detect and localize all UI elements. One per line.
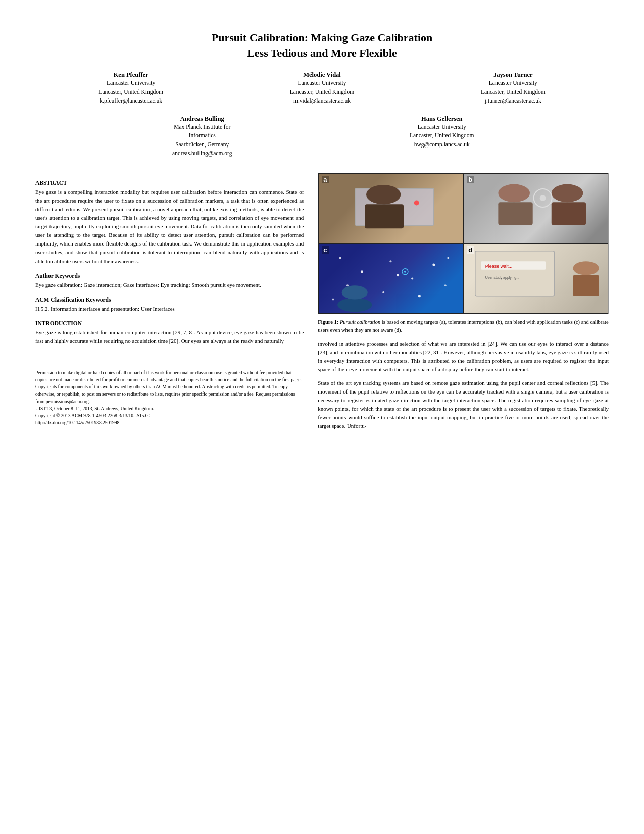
svg-point-30 <box>573 261 599 275</box>
two-col-layout: ABSTRACT Eye gaze is a compelling intera… <box>35 173 609 430</box>
svg-rect-1 <box>365 204 404 228</box>
author-name-3: Jayson Turner <box>419 71 608 79</box>
authors-row-2: Andreas Bulling Max Planck Institute for… <box>35 115 609 158</box>
svg-point-10 <box>361 270 363 273</box>
author-affil-2: Lancaster University Lancaster, United K… <box>227 79 417 105</box>
figure-person-b <box>464 174 608 243</box>
svg-point-16 <box>418 295 421 297</box>
svg-point-17 <box>444 284 447 286</box>
author-affil-1: Lancaster University Lancaster, United K… <box>36 79 226 105</box>
svg-point-0 <box>366 185 401 204</box>
intro-text: Eye gaze is long established for human-c… <box>35 328 304 346</box>
author-block-5: Hans Gellersen Lancaster University Lanc… <box>348 115 537 158</box>
author-name-5: Hans Gellersen <box>348 115 537 123</box>
right-col-text-1: involved in attentive processes and sele… <box>318 339 609 374</box>
svg-point-21 <box>448 257 450 259</box>
figure-caption: Figure 1: Pursuit calibration is based o… <box>318 318 609 334</box>
authors-row-1: Ken Pfeuffer Lancaster University Lancas… <box>35 71 609 105</box>
svg-point-23 <box>404 271 406 273</box>
keywords-heading: Author Keywords <box>35 273 304 279</box>
svg-rect-4 <box>499 202 533 225</box>
svg-rect-26 <box>475 251 555 296</box>
footnote-conference: UIST'13, October 8–11, 2013, St. Andrews… <box>35 405 304 412</box>
svg-point-14 <box>346 284 349 286</box>
author-block-4: Andreas Bulling Max Planck Institute for… <box>108 115 297 158</box>
figure-cell-a: a <box>318 173 463 243</box>
intro-heading: INTRODUCTION <box>35 320 304 326</box>
svg-point-25 <box>342 285 368 299</box>
svg-point-20 <box>332 299 334 301</box>
figure-cell-c: c <box>318 243 463 314</box>
figure-person-a <box>319 174 463 243</box>
author-affil-4: Max Planck Institute forInformatics Saar… <box>108 123 297 158</box>
author-name-2: Mélodie Vidal <box>227 71 417 79</box>
abstract-heading: ABSTRACT <box>35 180 304 186</box>
svg-point-2 <box>414 201 419 206</box>
footnote-copyright: Copyright © 2013 ACM 978-1-4503-2268-3/1… <box>35 412 304 419</box>
author-block-3: Jayson Turner Lancaster University Lanca… <box>419 71 608 105</box>
svg-point-11 <box>390 260 392 262</box>
svg-point-9 <box>339 257 341 259</box>
right-column: a b <box>318 173 609 430</box>
svg-text:User study applying...: User study applying... <box>485 276 519 280</box>
author-affil-5: Lancaster University Lancaster, United K… <box>348 123 537 149</box>
abstract-text: Eye gaze is a compelling interaction mod… <box>35 188 304 265</box>
svg-point-3 <box>499 184 530 203</box>
svg-point-24 <box>337 298 372 312</box>
acm-heading: ACM Classification Keywords <box>35 297 304 303</box>
right-col-text-2: State of the art eye tracking systems ar… <box>318 379 609 430</box>
figure-grid: a b <box>318 173 609 314</box>
svg-point-5 <box>552 184 583 203</box>
figure-dots-c <box>319 244 463 313</box>
figure-cell-d: d Please wait... User study applying... <box>463 243 608 314</box>
svg-point-15 <box>383 291 385 293</box>
author-affil-3: Lancaster University Lancaster, United K… <box>419 79 608 105</box>
footnote-doi: http://dx.doi.org/10.1145/2501988.250199… <box>35 419 304 426</box>
figure-cell-b: b <box>463 173 608 243</box>
author-name-4: Andreas Bulling <box>108 115 297 123</box>
footnote-permission: Permission to make digital or hard copie… <box>35 369 304 405</box>
svg-text:Please wait...: Please wait... <box>485 264 513 269</box>
svg-rect-6 <box>552 202 586 225</box>
author-block-2: Mélodie Vidal Lancaster University Lanca… <box>227 71 417 105</box>
paper-title: Pursuit Calibration: Making Gaze Calibra… <box>35 30 609 60</box>
keywords-text: Eye gaze calibration; Gaze interaction; … <box>35 281 304 289</box>
left-column: ABSTRACT Eye gaze is a compelling intera… <box>35 173 304 430</box>
svg-rect-31 <box>573 275 599 296</box>
svg-point-12 <box>411 278 413 280</box>
author-block-1: Ken Pfeuffer Lancaster University Lancas… <box>36 71 226 105</box>
figure-1: a b <box>318 173 609 334</box>
figure-content-d: Please wait... User study applying... <box>464 244 608 313</box>
acm-text: H.5.2. Information interfaces and presen… <box>35 305 304 313</box>
svg-point-19 <box>397 274 400 276</box>
author-name-1: Ken Pfeuffer <box>36 71 226 79</box>
svg-point-13 <box>433 264 435 266</box>
svg-point-8 <box>540 195 546 201</box>
footnote-area: Permission to make digital or hard copie… <box>35 366 304 427</box>
